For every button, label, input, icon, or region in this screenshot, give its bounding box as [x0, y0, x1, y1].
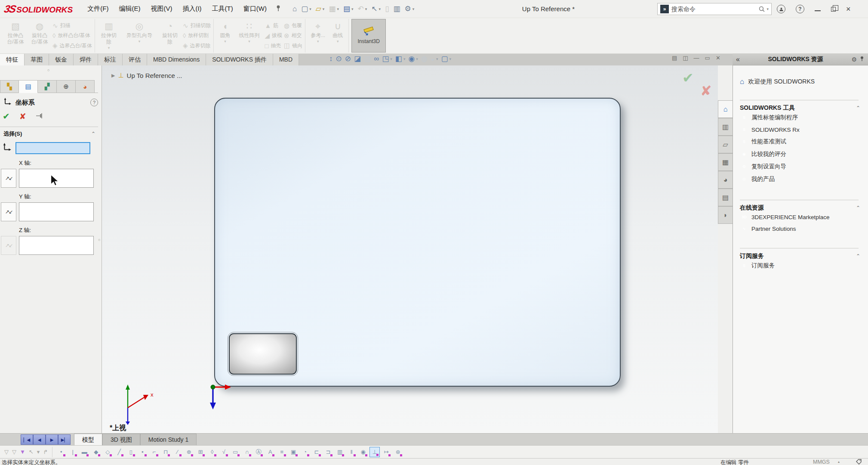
menu-tools[interactable]: 工具(T) — [207, 2, 238, 16]
selection-input[interactable] — [15, 142, 90, 154]
sketch-rect-icon[interactable]: ▬ — [79, 447, 89, 457]
sketch-bars-icon[interactable]: ‖ — [346, 447, 357, 457]
draft-button[interactable]: ◢拔模 — [265, 31, 282, 40]
new-document-icon[interactable]: ▢ — [299, 3, 313, 15]
propertymanager-tab[interactable]: ▤ — [19, 80, 38, 93]
property-tab-builder[interactable]: S 属性标签编制程序 — [741, 114, 861, 121]
panel-splitter-handle[interactable]: ○ — [47, 68, 49, 72]
sketch-point-icon[interactable]: • — [56, 447, 66, 457]
solidworks-rx[interactable]: S SOLIDWORKS Rx — [741, 126, 861, 133]
sketch-diag-icon[interactable]: ╱ — [114, 447, 124, 457]
minimize-icon[interactable] — [815, 10, 821, 11]
taskpane-home-tab[interactable]: ⌂ — [718, 100, 733, 118]
extruded-cut-button[interactable]: ▥ 拉伸切 除 ▾ — [97, 19, 121, 53]
tab-sheetmetal[interactable]: 钣金 — [49, 54, 74, 65]
collapse-section-icon[interactable]: ⌃ — [91, 131, 95, 137]
swept-boss-button[interactable]: ∿扫描 — [52, 21, 92, 31]
confirmation-ok-icon[interactable]: ✔ — [682, 70, 694, 86]
breadcrumb-expander-icon[interactable]: ▶ — [111, 73, 115, 78]
intersect-button[interactable]: ⊗相交 — [284, 31, 302, 40]
filter-faces-icon[interactable]: ▼ — [20, 449, 25, 455]
marketplace[interactable]: 3D 3DEXPERIENCE Marketplace — [741, 214, 861, 220]
select-icon[interactable]: ↖ — [369, 3, 382, 15]
taskpane-collapse-icon[interactable]: « — [736, 56, 740, 63]
pin-menu-icon[interactable] — [275, 5, 281, 13]
dynamic-annotation-views-icon[interactable]: ▤ — [364, 54, 371, 63]
hide-show-annotations-icon[interactable]: ∞ — [374, 55, 379, 63]
z-axis-input[interactable] — [19, 236, 94, 255]
restore-icon[interactable] — [831, 7, 836, 12]
sketch-line-icon[interactable]: | — [68, 447, 78, 457]
reverse-z-direction-button[interactable]: ↗↙ — [1, 236, 16, 255]
collapse-online-icon[interactable]: ⌃ — [856, 205, 860, 211]
sketch-target-icon[interactable]: ⊕ — [184, 447, 194, 457]
sketch-right-icon[interactable]: ⊐ — [323, 447, 333, 457]
doc-restore-icon[interactable]: ▭ — [705, 55, 710, 61]
dimxpertmanager-tab[interactable]: ⊕ — [57, 80, 76, 93]
edit-appearance-icon[interactable]: ◍ — [421, 54, 428, 63]
sketch-star-icon[interactable]: ⊛ — [393, 447, 403, 457]
options-icon[interactable]: ⚙ — [403, 3, 416, 15]
rib-button[interactable]: ▲筋 — [265, 21, 282, 31]
sketch-table-icon[interactable]: ▣ — [288, 447, 299, 457]
tab-evaluate[interactable]: 评估 — [123, 54, 147, 65]
sketch-bracket-icon[interactable]: ⊓ — [160, 447, 171, 457]
doc-close-icon[interactable]: ✕ — [716, 55, 720, 61]
extruded-boss-button[interactable]: ▧ 拉伸凸 台/基体 — [3, 19, 28, 53]
design-library-tab[interactable]: ▥ — [718, 118, 733, 136]
display-style-icon[interactable]: ◧ — [395, 54, 406, 63]
menu-window[interactable]: 窗口(W) — [238, 2, 272, 16]
help-icon[interactable]: ? — [796, 5, 804, 13]
fillet-button[interactable]: ◖ 圆角 ▾ — [215, 19, 234, 53]
sketch-map-icon[interactable]: ↦ — [381, 447, 391, 457]
tab-annotation[interactable]: 标注 — [98, 54, 123, 65]
hide-show-items-icon[interactable]: ◉ — [408, 54, 418, 63]
units-dropdown-icon[interactable]: ▴ — [838, 460, 840, 464]
section-view-icon[interactable]: ◪ — [354, 54, 361, 63]
sketch-text-icon[interactable]: A — [265, 447, 275, 457]
menu-file[interactable]: 文件(F) — [82, 2, 114, 16]
panel-edge-handle[interactable]: ○ — [98, 238, 100, 242]
subscription-services[interactable]: S 订阅服务 — [741, 262, 861, 270]
motion-study-tab[interactable]: Motion Study 1 — [140, 434, 197, 445]
prev-tab-button[interactable]: ◀ — [33, 434, 46, 445]
help-circle-icon[interactable]: ? — [90, 99, 98, 106]
sketch-balloon-icon[interactable]: Ⓐ — [253, 447, 264, 457]
taskpane-pin-icon[interactable] — [859, 56, 865, 63]
search-input[interactable] — [671, 6, 759, 12]
filter-dropdown-icon[interactable]: ▾ — [37, 449, 40, 455]
account-icon[interactable] — [777, 5, 785, 13]
lofted-cut-button[interactable]: ◊放样切割 — [183, 31, 211, 40]
mirror-button[interactable]: ◫镜向 — [284, 41, 302, 51]
boundary-boss-button[interactable]: ◈边界凸台/基体 — [52, 41, 92, 51]
next-tab-button[interactable]: ▶ — [46, 434, 58, 445]
report-icon[interactable]: ▥ — [391, 3, 402, 15]
featuremanager-tab[interactable]: ▚ — [0, 80, 19, 93]
doc-tile-icon[interactable]: ▤ — [672, 55, 677, 61]
hole-wizard-button[interactable]: ◎ 异型孔向导 ▾ — [121, 19, 158, 53]
sketch-solid-icon[interactable]: ◆ — [91, 447, 101, 457]
copy-settings-wizard[interactable]: ⚙ 复制设置向导 — [741, 163, 861, 170]
doc-minimize-icon[interactable]: — — [694, 55, 699, 61]
print-icon[interactable]: ▤ — [342, 3, 355, 15]
menu-insert[interactable]: 插入(I) — [177, 2, 206, 16]
wrap-button[interactable]: ◍包覆 — [284, 21, 302, 31]
boundary-cut-button[interactable]: ◈边界切除 — [183, 41, 211, 51]
first-tab-button[interactable]: ▏◀ — [21, 434, 33, 445]
tab-sketch[interactable]: 草图 — [25, 54, 49, 65]
graphics-area[interactable]: ▶ ⊥ Up To Reference ... ✔ ✘ x *上视 — [102, 65, 718, 433]
file-explorer-tab[interactable]: ▱ — [718, 136, 733, 153]
tab-weldments[interactable]: 焊件 — [74, 54, 98, 65]
ok-button[interactable]: ✔ — [3, 111, 10, 121]
confirmation-cancel-icon[interactable]: ✘ — [700, 83, 712, 99]
custom-properties-tab[interactable]: ▦ — [718, 153, 733, 171]
magnified-selection-icon[interactable]: ↱ — [43, 449, 48, 455]
displaymanager-tab[interactable]: ◕ — [76, 80, 95, 93]
sketch-dot-icon[interactable]: ▪ — [137, 447, 148, 457]
sketch-slash-icon[interactable]: ∕ — [172, 447, 182, 457]
doc-cascade-icon[interactable]: ◫ — [683, 55, 688, 61]
taskpane-options-icon[interactable]: ⚙ — [851, 56, 857, 63]
performance-benchmark[interactable]: S 性能基准测试 — [741, 138, 861, 146]
zoom-to-fit-icon[interactable]: ↕ — [329, 55, 333, 63]
filter-vertices-icon[interactable]: ▽ — [4, 449, 9, 455]
